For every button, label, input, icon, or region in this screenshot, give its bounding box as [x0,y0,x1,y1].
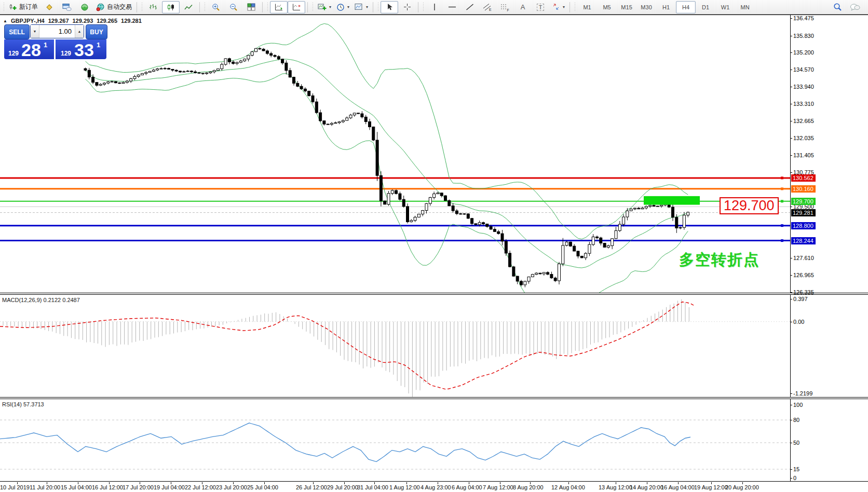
search-button[interactable] [829,1,846,13]
price-axis-badge: 130.562 [791,174,816,182]
time-axis[interactable]: 10 Jul 201911 Jul 20:0015 Jul 04:0016 Ju… [0,482,868,492]
new-order-icon [9,4,17,11]
vertical-line-icon [431,3,438,11]
rsi-axis-tick: 80 [793,417,799,423]
templates-icon [355,3,363,11]
market-watch-icon [80,3,89,11]
new-order-button[interactable]: 新订单 [6,1,40,13]
time-axis-label: 1 Aug 12:00 [389,484,420,490]
periods-caret-icon: ▾ [347,5,349,9]
arrows-tool-button[interactable]: ▾ [549,1,567,13]
rsi-axis-tick: 50 [793,440,799,446]
candlestick-chart-icon [167,4,175,11]
timeframe-button-m5[interactable]: M5 [597,1,617,13]
timeframe-button-d1[interactable]: D1 [696,1,715,13]
macd-histogram [3,299,689,397]
time-axis-label: 4 Aug 23:00 [421,484,451,490]
rsi-title: RSI(14) [2,401,22,407]
macd-surface[interactable] [0,295,868,397]
time-axis-label: 14 Aug 20:00 [630,484,663,490]
channel-sub-label: E [489,8,492,11]
chart-shift-button[interactable] [288,1,305,13]
tile-windows-button[interactable] [242,1,260,13]
cursor-tool-button[interactable] [381,1,398,13]
rsi-panel[interactable]: RSI(14) 57.3713 1008050150 [0,399,868,482]
chat-icon [850,3,860,11]
time-axis-label: 16 Jul 12:00 [92,484,123,490]
sell-button[interactable]: SELL [4,24,30,39]
timeframe-button-h1[interactable]: H1 [656,1,676,13]
timeframe-button-m1[interactable]: M1 [577,1,597,13]
time-axis-label: 29 Jul 20:00 [327,484,358,490]
volume-control: ▼ ▲ [30,24,84,38]
timeframe-button-mn[interactable]: MN [735,1,755,13]
rsi-axis-tick: 100 [793,402,803,408]
candlestick-chart-button[interactable] [162,1,180,13]
chat-button[interactable] [846,1,864,13]
price-chart-panel[interactable]: ▲ GBPJPY-,H4 129.267 129.293 129.265 129… [0,15,868,293]
timeframe-button-h4[interactable]: H4 [676,1,696,13]
fibonacci-tool-button[interactable]: F [496,1,514,13]
rsi-surface[interactable] [0,399,868,481]
time-axis-label: 6 Aug 04:00 [452,484,482,490]
channel-tool-button[interactable]: E [479,1,496,13]
auto-scroll-button[interactable] [270,1,288,13]
channel-icon: E [483,3,492,11]
line-chart-icon [184,4,193,11]
toolbar-grip [3,3,5,12]
sell-price-big: 28 [21,41,41,59]
time-axis-label: 7 Aug 12:00 [483,484,513,490]
time-axis-label: 15 Jul 04:00 [61,484,92,490]
chart-tag-button[interactable] [40,1,58,13]
buy-button[interactable]: BUY [86,24,107,39]
text-tool-button[interactable]: A [514,1,532,13]
time-axis-label: 11 Jul 20:00 [30,484,60,490]
price-axis-badge: 129.700 [791,198,816,205]
buy-price-display[interactable]: 129 33 1 [56,39,106,59]
price-axis-tick: 127.610 [793,255,814,261]
periods-button[interactable]: ▾ [334,1,352,13]
text-label-tool-button[interactable]: T [532,1,549,13]
trendline-tool-button[interactable] [461,1,479,13]
turning-point-annotation[interactable]: 多空转折点 [679,250,760,270]
collapse-triangle-icon[interactable]: ▲ [3,19,7,23]
time-axis-label: 19 Jul 04:00 [154,484,185,490]
timeframe-button-w1[interactable]: W1 [715,1,735,13]
market-watch-button[interactable] [76,1,93,13]
green-rectangle-object[interactable] [644,196,700,205]
horizontal-line-tool-button[interactable] [443,1,461,13]
rsi-axis-tick: 15 [793,466,799,472]
zoom-out-button[interactable] [225,1,242,13]
macd-axis-tick: 0.00 [793,319,804,325]
profiles-button[interactable] [58,1,76,13]
price-axis-tick: 135.830 [793,33,814,39]
timeframe-button-m15[interactable]: M15 [617,1,636,13]
macd-value-main: 0.2122 [43,297,61,303]
ohlc-close: 129.281 [121,18,142,24]
price-axis-tick: 136.475 [793,15,814,21]
price-axis-tick: 132.035 [793,135,814,141]
volume-input[interactable] [39,25,75,38]
templates-button[interactable]: ▾ [352,1,371,13]
crosshair-tool-button[interactable] [398,1,416,13]
sell-price-prefix: 129 [8,50,19,57]
vertical-line-tool-button[interactable] [426,1,443,13]
line-chart-button[interactable] [180,1,197,13]
macd-label: MACD(12,26,9) 0.2122 0.2487 [2,297,80,303]
indicators-button[interactable]: ▾ [315,1,334,13]
bollinger-bands-layer [86,24,688,293]
horizontal-line-icon [448,3,456,11]
sell-price-display[interactable]: 129 28 1 [4,39,54,59]
candles-layer [84,47,689,287]
timeframe-button-m30[interactable]: M30 [636,1,656,13]
autotrading-button[interactable]: 自动交易 [93,1,134,13]
price-axis-tick: 133.310 [793,101,814,107]
zoom-in-button[interactable] [207,1,225,13]
macd-signal-line [0,302,695,389]
macd-panel[interactable]: MACD(12,26,9) 0.2122 0.2487 0.3970.00-1.… [0,294,868,398]
volume-decrease-button[interactable]: ▼ [31,25,39,38]
price-callout[interactable]: 129.700 [720,197,779,214]
tag-icon [45,3,53,11]
volume-increase-button[interactable]: ▲ [75,25,84,38]
bar-chart-button[interactable] [144,1,162,13]
